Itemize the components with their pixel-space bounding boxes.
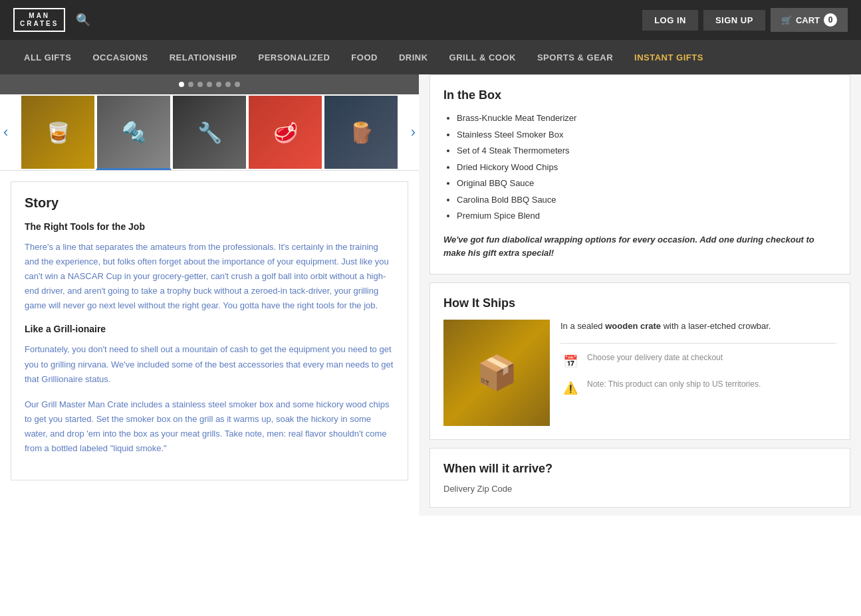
- story-subtitle-2: Like a Grill-ionaire: [25, 324, 394, 334]
- story-section: Story The Right Tools for the Job There'…: [11, 181, 408, 480]
- zip-code-label: Delivery Zip Code: [443, 484, 836, 494]
- signup-button[interactable]: SIGN UP: [703, 10, 765, 31]
- ships-details: In a sealed wooden crate with a laser-et…: [560, 320, 836, 405]
- header-right: LOG IN SIGN UP 🛒 CART 0: [642, 8, 848, 32]
- carousel-dot-5[interactable]: [216, 82, 221, 87]
- nav-item-personalized[interactable]: PERSONALIZED: [248, 40, 341, 74]
- carousel-dot-2[interactable]: [188, 82, 193, 87]
- main-nav: ALL GIFTS OCCASIONS RELATIONSHIP PERSONA…: [0, 40, 861, 74]
- thumb-image-4: 🥩: [249, 96, 322, 169]
- carousel-dot-1[interactable]: [179, 82, 184, 87]
- story-paragraph-3: Our Grill Master Man Crate includes a st…: [25, 397, 394, 456]
- thumbnail-1[interactable]: 🥃: [20, 94, 96, 170]
- cart-button[interactable]: 🛒 CART 0: [771, 8, 848, 32]
- story-subtitle-1: The Right Tools for the Job: [25, 221, 394, 232]
- search-icon: 🔍: [76, 13, 90, 27]
- how-it-ships-title: How It Ships: [443, 296, 836, 310]
- box-items-list: Brass-Knuckle Meat Tenderizer Stainless …: [443, 112, 836, 223]
- thumbnail-strip: ‹ 🥃 🔩 🔧 🥩 🪵 ›: [0, 94, 419, 171]
- logo-line1: MAN: [20, 12, 59, 20]
- delivery-text: Choose your delivery date at checkout: [587, 352, 723, 363]
- thumb-image-2: 🔩: [97, 96, 170, 168]
- site-logo[interactable]: MAN CRATES: [13, 8, 65, 32]
- thumb-next-button[interactable]: ›: [411, 124, 416, 141]
- ships-content: 📦 In a sealed wooden crate with a laser-…: [443, 320, 836, 426]
- search-button[interactable]: 🔍: [76, 13, 90, 27]
- box-item-1: Brass-Knuckle Meat Tenderizer: [457, 112, 836, 125]
- cart-label: CART: [796, 15, 820, 25]
- shipping-note-item: ⚠️ Note: This product can only ship to U…: [560, 378, 836, 398]
- thumb-image-1: 🥃: [21, 96, 94, 169]
- nav-item-instant-gifts[interactable]: INSTANT GIFTS: [624, 40, 714, 74]
- box-item-3: Set of 4 Steak Thermometers: [457, 144, 836, 157]
- ships-divider: [560, 343, 836, 344]
- thumbnail-2[interactable]: 🔩: [96, 94, 172, 170]
- left-panel: ‹ 🥃 🔩 🔧 🥩 🪵 › Story The Right Tools for …: [0, 74, 419, 516]
- carousel-dot-6[interactable]: [225, 82, 231, 87]
- nav-item-occasions[interactable]: OCCASIONS: [82, 40, 158, 74]
- thumb-image-5: 🪵: [324, 96, 398, 169]
- when-arrive-title: When will it arrive?: [443, 462, 836, 476]
- thumbnail-5[interactable]: 🪵: [323, 94, 399, 170]
- login-button[interactable]: LOG IN: [642, 10, 698, 31]
- logo-line2: CRATES: [20, 20, 59, 28]
- cart-icon: 🛒: [781, 15, 792, 25]
- nav-item-drink[interactable]: DRINK: [388, 40, 439, 74]
- how-it-ships-card: How It Ships 📦 In a sealed wooden crate …: [430, 282, 850, 440]
- nav-item-food[interactable]: FOOD: [340, 40, 388, 74]
- thumbnail-3[interactable]: 🔧: [172, 94, 247, 170]
- nav-item-grill-cook[interactable]: GRILL & COOK: [439, 40, 527, 74]
- box-item-4: Dried Hickory Wood Chips: [457, 161, 836, 174]
- box-item-5: Original BBQ Sauce: [457, 177, 836, 190]
- thumb-image-3: 🔧: [173, 96, 246, 169]
- delivery-info-item: 📅 Choose your delivery date at checkout: [560, 352, 836, 371]
- when-arrive-card: When will it arrive? Delivery Zip Code: [430, 448, 850, 508]
- wrapping-note: We've got fun diabolical wrapping option…: [443, 233, 836, 261]
- main-content: ‹ 🥃 🔩 🔧 🥩 🪵 › Story The Right Tools for …: [0, 74, 861, 516]
- story-heading: Story: [25, 195, 394, 211]
- site-header: MAN CRATES 🔍 LOG IN SIGN UP 🛒 CART 0: [0, 0, 861, 40]
- carousel-dots: [0, 74, 419, 94]
- right-panel: In the Box Brass-Knuckle Meat Tenderizer…: [419, 74, 861, 516]
- crate-icon: 📦: [476, 354, 517, 392]
- story-paragraph-2: Fortunately, you don't need to shell out…: [25, 342, 394, 386]
- box-item-2: Stainless Steel Smoker Box: [457, 128, 836, 142]
- in-the-box-card: In the Box Brass-Knuckle Meat Tenderizer…: [430, 74, 850, 274]
- carousel-dot-4[interactable]: [207, 82, 212, 87]
- story-paragraph-1: There's a line that separates the amateu…: [25, 240, 394, 313]
- in-the-box-title: In the Box: [443, 88, 836, 102]
- thumb-prev-button[interactable]: ‹: [3, 124, 8, 141]
- cart-count: 0: [824, 13, 837, 27]
- carousel-dot-3[interactable]: [197, 82, 203, 87]
- header-left: MAN CRATES 🔍: [13, 8, 90, 32]
- nav-item-all-gifts[interactable]: ALL GIFTS: [13, 40, 82, 74]
- nav-item-relationship[interactable]: RELATIONSHIP: [159, 40, 248, 74]
- box-item-6: Carolina Bold BBQ Sauce: [457, 193, 836, 207]
- carousel-dot-7[interactable]: [235, 82, 240, 87]
- crate-image: 📦: [443, 320, 550, 426]
- warning-icon: ⚠️: [560, 378, 580, 398]
- shipping-note: Note: This product can only ship to US t…: [587, 378, 761, 390]
- ships-description: In a sealed wooden crate with a laser-et…: [560, 320, 836, 334]
- thumbnail-4[interactable]: 🥩: [247, 94, 323, 170]
- nav-item-sports-gear[interactable]: SPORTS & GEAR: [527, 40, 624, 74]
- calendar-icon: 📅: [560, 352, 580, 371]
- box-item-7: Premium Spice Blend: [457, 209, 836, 223]
